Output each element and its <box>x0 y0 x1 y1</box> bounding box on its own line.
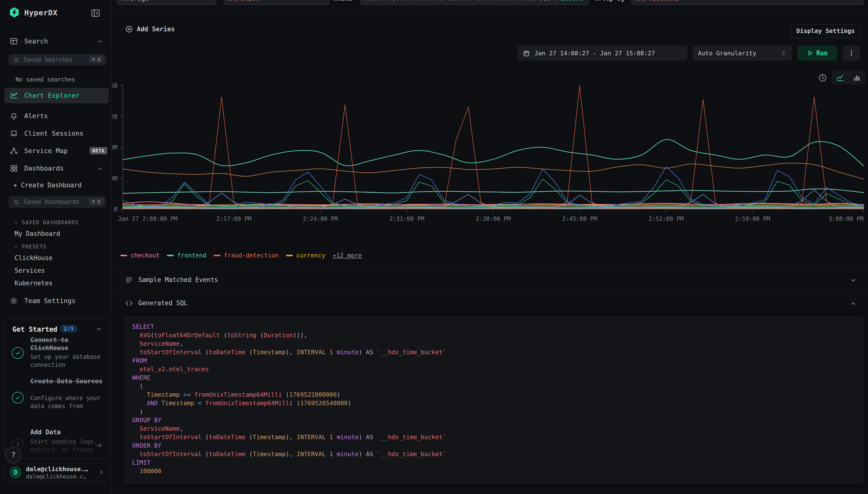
shortcut-badge: ⌘ K <box>89 198 103 205</box>
help-button[interactable]: ? <box>5 447 21 463</box>
add-series-label: Add Series <box>137 25 175 33</box>
sql-code-line: ServiceName, <box>132 339 856 348</box>
saved-dashboards-header[interactable]: SAVED DASHBOARDS <box>14 219 79 225</box>
step-desc: Set up your database connection <box>30 353 103 369</box>
granularity-select[interactable]: Auto Granularity <box>693 45 792 61</box>
sidebar-item-chart-explorer[interactable]: Chart Explorer <box>4 88 109 103</box>
chevron-right-icon <box>98 469 104 475</box>
user-email: dale@clickhouse.c… <box>26 473 86 480</box>
create-dashboard-button[interactable]: + Create Dashboard <box>13 182 82 189</box>
sidebar-collapse-icon[interactable] <box>91 8 100 18</box>
series-line-fraud-detection <box>123 86 864 209</box>
legend-label: checkout <box>131 252 160 259</box>
timeseries-chart[interactable]: 0400M800M1.2B1.6BJan 27 2:08:00 PM2:17:0… <box>112 80 868 250</box>
y-axis-tick-label: 400M <box>112 175 117 182</box>
presets-header[interactable]: PRESETS <box>14 244 47 250</box>
date-range-value: Jan 27 14:08:27 - Jan 27 15:08:27 <box>535 50 655 57</box>
sidebar-item-team-settings[interactable]: Team Settings <box>4 293 109 309</box>
sidebar-item-kubernetes[interactable]: Kubernetes <box>15 280 53 287</box>
legend-item[interactable]: fraud-detection <box>214 252 279 259</box>
kebab-icon <box>848 50 855 57</box>
progress-badge: 2/3 <box>60 325 77 332</box>
sql-code-line: WHERE <box>132 374 856 382</box>
laptop-icon <box>10 129 18 137</box>
app-title: HyperDX <box>24 8 58 17</box>
series-line-frontend <box>123 139 864 166</box>
step-desc: Configure where your data comes from <box>30 394 103 410</box>
legend-label: fraud-detection <box>224 252 279 259</box>
run-button[interactable]: Run <box>797 45 837 61</box>
field-input[interactable]: Duration <box>224 0 329 5</box>
search-icon <box>13 199 20 205</box>
chevron-up-icon[interactable] <box>96 326 102 332</box>
lucene-search-input[interactable]: Search your events w/ Lucene ex: column:… <box>361 0 589 5</box>
divider <box>112 492 868 492</box>
chevron-up-icon[interactable] <box>97 166 103 172</box>
step-title[interactable]: Create Data Sources <box>30 377 103 385</box>
chart-legend: checkoutfrontendfraud-detectioncurrency+… <box>120 252 362 259</box>
sidebar-item-label: Client Sessions <box>24 130 83 137</box>
logo-row: HyperDX <box>0 6 112 20</box>
sql-code-line: ) <box>132 407 856 416</box>
chevron-down-icon[interactable] <box>850 277 857 284</box>
chevron-up-icon[interactable] <box>97 38 103 45</box>
legend-more-link[interactable]: +12 more <box>333 252 362 259</box>
sidebar-item-clickhouse[interactable]: ClickHouse <box>15 254 53 262</box>
sql-code-line: SELECT <box>132 322 856 331</box>
add-series-button[interactable]: Add Series <box>125 25 175 33</box>
aggregation-select[interactable]: Average <box>117 0 216 5</box>
sidebar-item-dashboards[interactable]: Dashboards <box>4 160 109 176</box>
mode-separator: | <box>554 0 558 2</box>
saved-searches-input[interactable]: Saved Searches ⌘ K <box>8 54 106 65</box>
group-by-input[interactable]: ServiceName <box>632 0 864 5</box>
chevron-down-icon <box>14 220 18 225</box>
saved-dashboards-input[interactable]: Saved Dashboards ⌘ K <box>8 196 106 208</box>
sql-mode-toggle[interactable]: SQL <box>539 0 550 2</box>
y-axis-tick-label: 1.6B <box>112 82 117 89</box>
legend-swatch <box>214 255 220 256</box>
sql-code-line: AVG(toFloat64OrDefault (toString (Durati… <box>132 331 856 339</box>
search-icon <box>13 57 20 63</box>
sidebar-item-search[interactable]: Search <box>4 34 109 49</box>
aggregation-value: Average <box>122 0 149 2</box>
generated-sql-section[interactable]: Generated SQL <box>112 292 868 315</box>
x-axis-tick-label: 2:59:00 PM <box>735 215 770 222</box>
sql-code-line: otel_v2.otel_traces <box>132 365 856 374</box>
x-axis-tick-label: 2:52:00 PM <box>649 215 683 222</box>
run-label: Run <box>816 50 828 57</box>
more-options-button[interactable] <box>843 45 860 61</box>
sidebar-item-my-dashboard[interactable]: My Dashboard <box>15 230 60 237</box>
lucene-mode-toggle[interactable]: Lucene <box>561 0 583 2</box>
sql-code-line: ORDER BY <box>132 441 856 450</box>
step-check-icon <box>12 347 23 359</box>
chevron-up-icon[interactable] <box>850 300 857 307</box>
step-title[interactable]: Add Data <box>30 428 103 436</box>
code-icon <box>125 299 133 307</box>
display-settings-button[interactable]: Display Settings <box>791 24 860 38</box>
sidebar-item-client-sessions[interactable]: Client Sessions <box>4 126 109 141</box>
service-map-icon <box>10 147 18 155</box>
dashboards-icon <box>10 164 18 172</box>
x-axis-tick-label: 2:24:00 PM <box>303 215 338 222</box>
no-saved-searches-text: No saved searches <box>16 76 75 83</box>
user-account-button[interactable]: D dale@clickhouse.… dale@clickhouse.c… <box>4 463 109 481</box>
avatar: D <box>9 466 22 478</box>
legend-item[interactable]: frontend <box>167 252 206 259</box>
sql-code-line: 100000 <box>132 467 856 475</box>
sidebar-item-label: Team Settings <box>24 297 75 304</box>
chart-explorer-icon <box>10 92 18 100</box>
date-range-picker[interactable]: Jan 27 14:08:27 - Jan 27 15:08:27 <box>518 45 687 61</box>
sidebar-item-services[interactable]: Services <box>15 267 45 274</box>
sidebar-item-service-map[interactable]: Service Map BETA <box>4 143 109 159</box>
generated-sql-code[interactable]: SELECT AVG(toFloat64OrDefault (toString … <box>125 317 864 483</box>
x-axis-tick-label: 2:31:00 PM <box>389 215 424 222</box>
legend-item[interactable]: checkout <box>120 252 160 259</box>
sample-matched-events-section[interactable]: Sample Matched Events <box>112 268 868 292</box>
legend-item[interactable]: currency <box>286 252 325 259</box>
sidebar-item-alerts[interactable]: Alerts <box>4 108 109 124</box>
sql-code-line: toStartOfInterval (toDateTime (Timestamp… <box>132 450 856 458</box>
where-label: WHERE <box>333 0 353 5</box>
sql-code-line: LIMIT <box>132 458 856 467</box>
sidebar-item-label: Alerts <box>24 112 48 120</box>
step-title[interactable]: Connect to ClickHouse <box>30 336 103 352</box>
